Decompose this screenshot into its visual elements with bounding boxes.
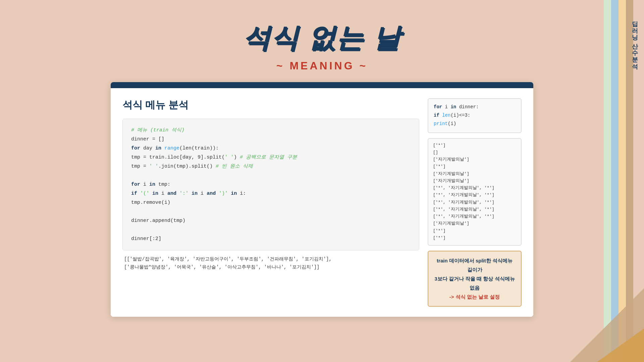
code-line-8: dinner.append(tmp) (131, 216, 411, 225)
code-line-1: dinner = [] (131, 135, 411, 144)
output-item-8: ['*', '자기계발의날', '*'] (433, 199, 516, 206)
code-blank3 (131, 225, 411, 234)
code-line-3: tmp = train.iloc[day, 9].split(' ') # 공백… (131, 153, 411, 162)
title-korean: 석식 없는 날 (0, 20, 644, 56)
code-comment1: # 메뉴 (train 석식) (131, 127, 184, 133)
code-blank2 (131, 207, 411, 216)
main-header: 석식 없는 날 ~ MEANING ~ (0, 0, 644, 72)
content-card: 석식 메뉴 분석 # 메뉴 (train 석식) dinner = [] for… (111, 82, 533, 317)
output-line-1: [['쌀밥/잡곡밥', '육개장', '자반고등어구이', '두부조림', '건… (124, 255, 418, 263)
card-body: 석식 메뉴 분석 # 메뉴 (train 석식) dinner = [] for… (111, 88, 533, 317)
snippet-line-1: for i in dinner: (434, 103, 516, 111)
info-box: train 데이터에서 split한 석식메뉴 길이가 3보다 같거나 작을 때… (428, 251, 522, 307)
output-block: [['쌀밥/잡곡밥', '육개장', '자반고등어구이', '두부조림', '건… (122, 255, 419, 272)
output-list-box: ['*'] [] ['자기계발의날'] ['*'] ['자기계발의날'] ['자… (428, 138, 522, 246)
output-item-12: ['*'] (433, 228, 516, 235)
code-block: # 메뉴 (train 석식) dinner = [] for day in r… (122, 119, 419, 250)
code-line-9: dinner[:2] (131, 234, 411, 243)
left-section: 석식 메뉴 분석 # 메뉴 (train 석식) dinner = [] for… (122, 98, 419, 307)
title-meaning: ~ MEANING ~ (0, 60, 644, 72)
decorative-triangles (570, 228, 644, 362)
code-line-4: tmp = ' '.join(tmp).split() # 빈 원소 삭제 (131, 162, 411, 171)
output-item-5: ['자기개발의날'] (433, 178, 516, 185)
output-item-9: ['*', '자기계발의날', '*'] (433, 206, 516, 213)
info-line-1: train 데이터에서 split한 석식메뉴 길이가 (434, 256, 516, 274)
output-item-4: ['자기계발의날'] (433, 171, 516, 178)
section-title: 석식 메뉴 분석 (122, 98, 419, 112)
code-line-comment1: # 메뉴 (train 석식) (131, 126, 411, 135)
output-item-11: ['자기계발의날'] (433, 220, 516, 227)
output-item-10: ['*', '자기개발의날', '*'] (433, 213, 516, 220)
output-line-2: ['콩나물밥*양념장', '어묵국', '유산슬', '아삭고추무침', '바나… (124, 263, 418, 272)
output-item-6: ['*', '자기계발의날', '*'] (433, 185, 516, 192)
output-item-7: ['*', '자기개발의날', '*'] (433, 192, 516, 199)
output-item-13: ['*'] (433, 235, 516, 242)
code-line-6: if '(' in i and ':' in i and ')' in i: (131, 189, 411, 198)
snippet-line-3: print(i) (434, 120, 516, 128)
output-item-2: ['자기계발의날'] (433, 156, 516, 163)
output-item-0: ['*'] (433, 142, 516, 149)
code-line-5: for i in tmp: (131, 180, 411, 189)
code-dinner-init: dinner = [] (131, 136, 164, 142)
code-line-7: tmp.remove(i) (131, 198, 411, 207)
right-section: for i in dinner: if len(i)<=3: print(i) … (428, 98, 522, 307)
output-item-1: [] (433, 149, 516, 156)
info-line-2: 3보다 같거나 작을 때 항상 석식메뉴 없음 (434, 274, 516, 292)
vertical-label: 딥러닝 산수분석 (631, 17, 639, 66)
card-header-bar (111, 82, 533, 88)
code-line-2: for day in range(len(train)): (131, 144, 411, 153)
snippet-box: for i in dinner: if len(i)<=3: print(i) (428, 98, 522, 133)
code-blank1 (131, 171, 411, 180)
snippet-line-2: if len(i)<=3: (434, 111, 516, 120)
info-line-3: -> 석식 없는 날로 설정 (434, 292, 516, 301)
output-item-3: ['*'] (433, 163, 516, 170)
